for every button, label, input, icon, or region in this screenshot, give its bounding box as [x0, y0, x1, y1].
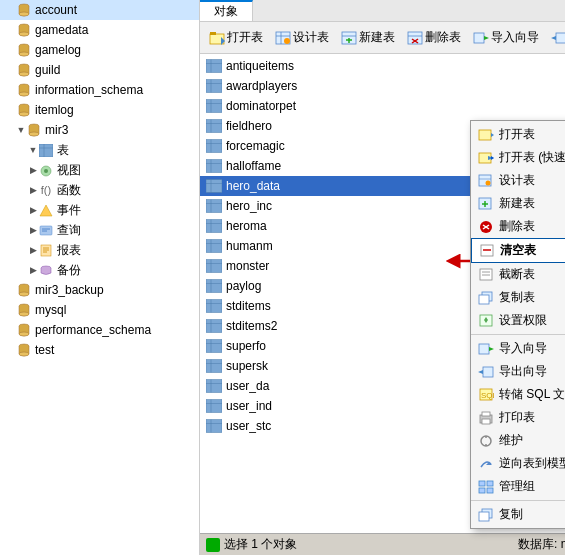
ctx-permissions[interactable]: 设置权限 [471, 309, 565, 332]
sidebar-label-report: 报表 [57, 242, 81, 259]
svg-rect-79 [206, 220, 222, 233]
status-text-left: 选择 1 个对象 [224, 536, 297, 553]
sidebar-item-account[interactable]: account [0, 0, 199, 20]
report-group-icon [38, 242, 54, 258]
delete-table-button[interactable]: 删除表 [402, 27, 466, 48]
svg-rect-58 [206, 80, 222, 93]
sidebar-label-itemlog: itemlog [35, 103, 74, 117]
ctx-copy-table[interactable]: 复制表 [471, 286, 565, 309]
svg-point-18 [44, 169, 48, 173]
svg-point-9 [19, 92, 29, 96]
open-table-ctx-icon [477, 127, 495, 143]
sidebar-label-func: 函数 [57, 182, 81, 199]
table-icon [206, 419, 222, 433]
svg-point-31 [19, 312, 29, 316]
table-icon [206, 219, 222, 233]
backup-group-icon [38, 262, 54, 278]
ctx-reverse[interactable]: 逆向表到模型... [471, 452, 565, 475]
sidebar-item-backup-group[interactable]: ▶ 备份 [0, 260, 199, 280]
sidebar-label-query: 查询 [57, 222, 81, 239]
sidebar-item-mir3[interactable]: ▼ mir3 [0, 120, 199, 140]
open-table-button[interactable]: 打开表 [204, 27, 268, 48]
export-ctx-icon [477, 364, 495, 380]
sidebar-item-guild[interactable]: guild [0, 60, 199, 80]
ctx-clear-table[interactable]: 清空表 [471, 238, 565, 263]
list-item[interactable]: awardplayers [200, 76, 565, 96]
svg-rect-64 [206, 120, 222, 133]
sidebar-item-mysql[interactable]: mysql [0, 300, 199, 320]
list-item[interactable]: antiqueitems [200, 56, 565, 76]
ctx-maintain[interactable]: 维护 ▶ [471, 429, 565, 452]
ctx-open-fast[interactable]: 打开表 (快速) [471, 146, 565, 169]
open-table-icon [209, 30, 225, 46]
new-table-button[interactable]: 新建表 [336, 27, 400, 48]
tab-bar: 对象 [200, 0, 565, 22]
svg-marker-19 [40, 205, 52, 216]
design-table-button[interactable]: 设计表 [270, 27, 334, 48]
svg-point-29 [19, 292, 29, 296]
export-button[interactable]: 导 [546, 27, 565, 48]
ctx-manage-group[interactable]: 管理组 ▶ [471, 475, 565, 498]
table-icon [206, 139, 222, 153]
svg-rect-67 [206, 140, 222, 153]
ctx-delete-table[interactable]: 删除表 [471, 215, 565, 238]
expand-arrow-backup: ▶ [28, 265, 38, 275]
ctx-new-table[interactable]: 新建表 [471, 192, 565, 215]
svg-rect-85 [206, 260, 222, 273]
table-icon [206, 99, 222, 113]
sidebar-item-report-group[interactable]: ▶ 报表 [0, 240, 199, 260]
ctx-export[interactable]: 导出向导 [471, 360, 565, 383]
svg-rect-23 [41, 245, 51, 256]
sidebar-item-gamedata[interactable]: gamedata [0, 20, 199, 40]
sidebar-label-account: account [35, 3, 77, 17]
ctx-sql-dump[interactable]: SQL 转储 SQL 文件 ▶ [471, 383, 565, 406]
truncate-ctx-icon [477, 267, 495, 283]
sidebar-item-func-group[interactable]: ▶ f() 函数 [0, 180, 199, 200]
table-icon [206, 159, 222, 173]
svg-rect-100 [206, 360, 222, 373]
table-icon [206, 259, 222, 273]
design-ctx-icon [477, 173, 495, 189]
tab-objects[interactable]: 对象 [200, 0, 253, 21]
db-icon-mysql [16, 302, 32, 318]
import-wizard-button[interactable]: 导入向导 [468, 27, 544, 48]
svg-rect-73 [206, 180, 222, 193]
new-table-icon [341, 30, 357, 46]
sidebar-item-view-group[interactable]: ▶ 视图 [0, 160, 199, 180]
svg-rect-76 [206, 200, 222, 213]
open-fast-ctx-icon [477, 150, 495, 166]
svg-rect-14 [39, 144, 53, 157]
sidebar-item-event-group[interactable]: ▶ 事件 [0, 200, 199, 220]
sidebar: account gamedata gamelog guild informati [0, 0, 200, 555]
ctx-print[interactable]: 打印表 [471, 406, 565, 429]
svg-marker-52 [484, 36, 489, 40]
sidebar-item-information-schema[interactable]: information_schema [0, 80, 199, 100]
ctx-design-table[interactable]: 设计表 [471, 169, 565, 192]
db-icon-is [16, 82, 32, 98]
sidebar-item-perf-schema[interactable]: performance_schema [0, 320, 199, 340]
ctx-import[interactable]: 导入向导 [471, 337, 565, 360]
list-item[interactable]: dominatorpet [200, 96, 565, 116]
sidebar-item-test[interactable]: test [0, 340, 199, 360]
copy-ctx-icon [477, 290, 495, 306]
status-text-right: 数据库: mir3 [518, 536, 565, 553]
svg-point-11 [19, 112, 29, 116]
sidebar-item-query-group[interactable]: ▶ 查询 [0, 220, 199, 240]
delete-table-icon [407, 30, 423, 46]
svg-point-42 [284, 38, 290, 44]
import-ctx-icon [477, 341, 495, 357]
sidebar-item-mir3-backup[interactable]: mir3_backup [0, 280, 199, 300]
ctx-copy[interactable]: 复制 [471, 503, 565, 526]
sidebar-label-table: 表 [57, 142, 69, 159]
sidebar-item-table-group[interactable]: ▼ 表 [0, 140, 199, 160]
svg-rect-82 [206, 240, 222, 253]
sidebar-label-gamelog: gamelog [35, 43, 81, 57]
svg-rect-91 [206, 300, 222, 313]
sidebar-item-gamelog[interactable]: gamelog [0, 40, 199, 60]
svg-rect-88 [206, 280, 222, 293]
ctx-open-table[interactable]: 打开表 [471, 123, 565, 146]
ctx-truncate[interactable]: 截断表 [471, 263, 565, 286]
svg-rect-37 [210, 32, 216, 35]
sidebar-item-itemlog[interactable]: itemlog [0, 100, 199, 120]
status-indicator [206, 538, 220, 552]
